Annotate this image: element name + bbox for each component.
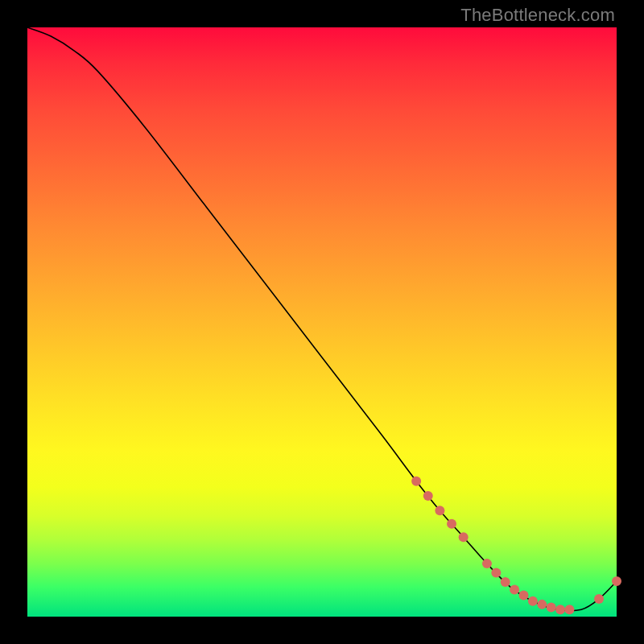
chart-frame: TheBottleneck.com (0, 0, 644, 644)
marker-dot (564, 605, 574, 614)
marker-dot (501, 577, 510, 587)
marker-dot (528, 597, 538, 606)
marker-dot (411, 477, 421, 486)
marker-dot (594, 594, 604, 604)
data-markers (411, 477, 621, 615)
marker-dot (459, 532, 469, 542)
marker-dot (537, 600, 547, 609)
marker-dot (491, 568, 501, 578)
marker-dot (447, 519, 456, 529)
bottleneck-curve (27, 27, 617, 611)
marker-dot (547, 603, 556, 613)
marker-dot (519, 591, 529, 601)
plot-area (27, 27, 617, 617)
marker-dot (423, 491, 433, 501)
marker-dot (510, 584, 519, 594)
marker-dot (482, 559, 492, 568)
watermark: TheBottleneck.com (460, 5, 615, 26)
marker-dot (435, 506, 444, 515)
marker-dot (612, 576, 621, 586)
curve-layer (27, 27, 617, 617)
marker-dot (555, 605, 565, 614)
